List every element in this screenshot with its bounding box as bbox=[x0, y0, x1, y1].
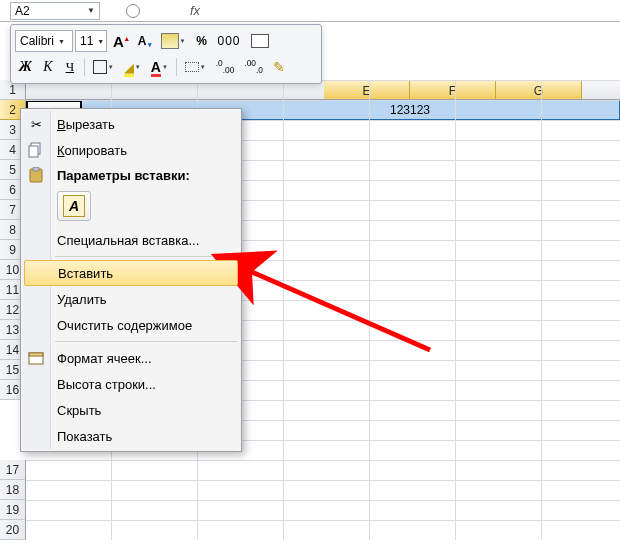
font-color-button[interactable]: A▼ bbox=[147, 56, 172, 78]
menu-row-height-label: Высота строки... bbox=[57, 377, 156, 392]
increase-decimal-button[interactable]: .0.00 bbox=[212, 56, 239, 78]
menu-insert-label: Вставить bbox=[58, 266, 113, 281]
bold-button[interactable]: Ж bbox=[15, 56, 36, 78]
menu-paste-options-header: Параметры вставки: bbox=[23, 163, 239, 187]
row-header[interactable]: 20 bbox=[0, 520, 26, 540]
row-header[interactable]: 18 bbox=[0, 480, 26, 500]
percent-format-button[interactable]: % bbox=[191, 30, 211, 52]
borders-button[interactable]: ▼ bbox=[89, 56, 118, 78]
decrease-decimal-button[interactable]: .00.0 bbox=[240, 56, 267, 78]
underline-button[interactable]: Ч bbox=[60, 56, 80, 78]
format-painter-button[interactable]: ✎ bbox=[269, 56, 289, 78]
paste-keep-formatting-button[interactable]: A bbox=[57, 191, 91, 221]
paste-a-icon: A bbox=[63, 195, 85, 217]
format-cells-icon bbox=[27, 349, 45, 367]
chevron-down-icon: ▼ bbox=[87, 6, 95, 15]
font-size-combo[interactable]: 11 ▼ bbox=[75, 30, 107, 52]
merge-center-button[interactable]: ▼ bbox=[181, 56, 210, 78]
cancel-circle-icon[interactable] bbox=[126, 4, 140, 18]
menu-delete-label: Удалить bbox=[57, 292, 107, 307]
menu-insert[interactable]: Вставить bbox=[24, 260, 238, 286]
format-as-table-button[interactable] bbox=[247, 30, 273, 52]
menu-copy[interactable]: Копировать bbox=[23, 137, 239, 163]
italic-button[interactable]: К bbox=[38, 56, 58, 78]
name-box[interactable]: A2 ▼ bbox=[10, 2, 100, 20]
chevron-down-icon: ▼ bbox=[97, 38, 104, 45]
copy-icon bbox=[27, 141, 45, 159]
menu-delete[interactable]: Удалить bbox=[23, 286, 239, 312]
svg-rect-3 bbox=[33, 167, 39, 171]
menu-clear-contents[interactable]: Очистить содержимое bbox=[23, 312, 239, 338]
formula-bar: A2 ▼ fx bbox=[0, 0, 620, 22]
font-size-value: 11 bbox=[80, 34, 93, 48]
menu-separator bbox=[55, 256, 237, 257]
menu-show-label: Показать bbox=[57, 429, 112, 444]
increase-font-button[interactable]: A bbox=[109, 30, 132, 52]
row-header[interactable]: 19 bbox=[0, 500, 26, 520]
decrease-font-button[interactable]: A bbox=[134, 30, 155, 52]
svg-rect-1 bbox=[29, 146, 38, 157]
name-box-value: A2 bbox=[15, 4, 30, 18]
menu-hide[interactable]: Скрыть bbox=[23, 397, 239, 423]
menu-paste-special-label: Специальная вставка... bbox=[57, 233, 199, 248]
menu-cut-rest: ырезать bbox=[66, 117, 115, 132]
scissors-icon: ✂ bbox=[27, 115, 45, 133]
font-name-combo[interactable]: Calibri ▼ bbox=[15, 30, 73, 52]
menu-row-height[interactable]: Высота строки... bbox=[23, 371, 239, 397]
menu-clear-label: Очистить содержимое bbox=[57, 318, 192, 333]
separator bbox=[176, 58, 177, 76]
menu-hide-label: Скрыть bbox=[57, 403, 101, 418]
menu-paste-special[interactable]: Специальная вставка... bbox=[23, 227, 239, 253]
font-name-value: Calibri bbox=[20, 34, 54, 48]
menu-format-cells-label: Формат ячеек... bbox=[57, 351, 152, 366]
menu-cut[interactable]: ✂ Вырезать bbox=[23, 111, 239, 137]
clipboard-icon bbox=[27, 166, 45, 184]
menu-show[interactable]: Показать bbox=[23, 423, 239, 449]
fill-color-button[interactable]: ◢▼ bbox=[120, 56, 145, 78]
accounting-format-button[interactable]: ▼ bbox=[157, 30, 190, 52]
menu-copy-rest: опировать bbox=[65, 143, 127, 158]
chevron-down-icon: ▼ bbox=[58, 38, 65, 45]
menu-format-cells[interactable]: Формат ячеек... bbox=[23, 345, 239, 371]
menu-separator bbox=[55, 341, 237, 342]
row-header[interactable]: 17 bbox=[0, 460, 26, 480]
comma-format-button[interactable]: 000 bbox=[213, 30, 244, 52]
svg-rect-5 bbox=[29, 353, 43, 356]
fx-label[interactable]: fx bbox=[190, 3, 200, 18]
mini-toolbar: Calibri ▼ 11 ▼ A A ▼ % 000 Ж К Ч ▼ ◢▼ A▼… bbox=[10, 24, 322, 84]
row-context-menu: ✂ Вырезать Копировать Параметры вставки:… bbox=[20, 108, 242, 452]
separator bbox=[84, 58, 85, 76]
menu-paste-options-label: Параметры вставки: bbox=[57, 168, 190, 183]
